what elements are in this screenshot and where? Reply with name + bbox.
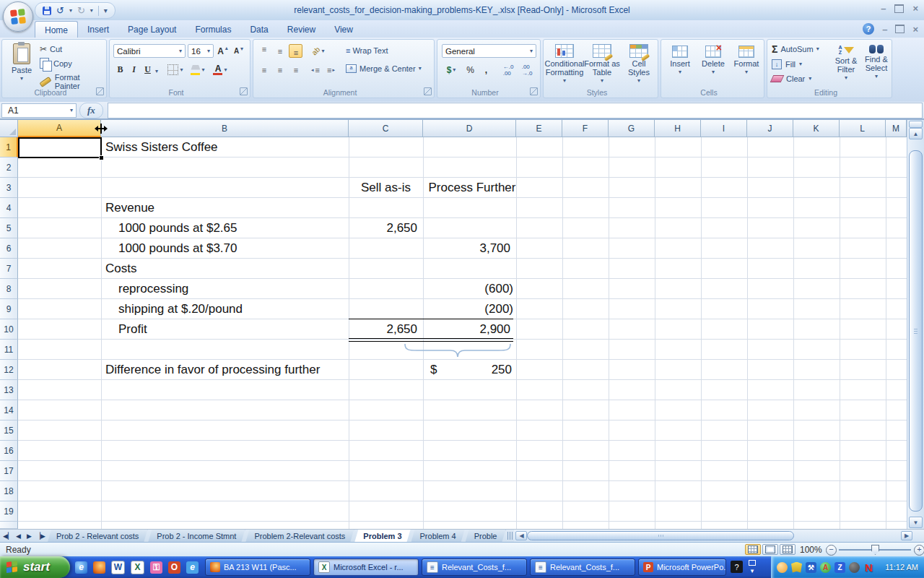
column-header-J[interactable]: J (747, 120, 793, 137)
zoom-out-button[interactable]: − (826, 545, 837, 556)
sort-filter-button[interactable]: AZ Sort & Filter▾ (831, 45, 861, 81)
cell-D9[interactable]: (200) (423, 299, 513, 319)
key-icon[interactable]: ⚿ (150, 561, 162, 574)
increase-decimal-button[interactable]: ←.0.00 (500, 63, 517, 77)
tab-review[interactable]: Review (278, 22, 325, 38)
n-app-tray-icon[interactable]: N (863, 562, 874, 573)
first-sheet-icon[interactable]: ◀▏ (3, 532, 12, 540)
sheet-tab-prob2-income-stmnt[interactable]: Prob 2 - Income Stmnt (148, 530, 245, 542)
insert-function-button[interactable]: fx (79, 103, 103, 118)
messenger-tray-icon[interactable] (777, 562, 788, 573)
number-format-combo[interactable]: General▾ (442, 44, 536, 58)
align-middle-button[interactable]: ≡ (273, 44, 287, 58)
underline-button[interactable]: U (141, 63, 154, 77)
copy-button[interactable]: Copy (40, 58, 72, 69)
orientation-button[interactable]: ab▾ (308, 44, 328, 58)
redo-icon[interactable]: ↻ (77, 6, 85, 15)
decrease-indent-button[interactable]: ◂≡ (308, 63, 322, 77)
decrease-decimal-button[interactable]: .00→.0 (518, 63, 536, 77)
taskbar-button-doc2[interactable]: ≡ Relevant_Costs_f... (530, 558, 635, 576)
name-box[interactable]: A1 ▾ (1, 103, 77, 118)
bold-button[interactable]: B (113, 63, 127, 77)
minimize-button[interactable]: – (881, 4, 886, 13)
align-center-button[interactable]: ≡ (273, 63, 287, 77)
tab-formulas[interactable]: Formulas (186, 22, 240, 38)
grow-font-button[interactable]: A▴ (216, 44, 230, 58)
row-header-10[interactable]: 10 (0, 319, 18, 340)
comma-style-button[interactable]: , (479, 63, 493, 77)
language-bar-icon[interactable]: ? (731, 561, 743, 573)
percent-style-button[interactable]: % (463, 63, 477, 77)
antivirus-tray-icon[interactable]: A (820, 562, 831, 573)
last-sheet-icon[interactable]: ▕▶ (35, 532, 45, 540)
align-right-button[interactable]: ≡ (289, 63, 302, 77)
shrink-font-button[interactable]: A▾ (232, 44, 245, 58)
sheet-tab-problem3[interactable]: Problem 3 (354, 530, 411, 542)
cell-styles-button[interactable]: Cell Styles▾ (622, 44, 656, 84)
ie-icon[interactable]: e (75, 561, 87, 574)
scroll-down-icon[interactable]: ▼ (909, 517, 923, 528)
row-header-8[interactable]: 8 (0, 279, 18, 299)
tab-split-handle[interactable] (507, 532, 513, 540)
cell-D12-currency[interactable]: $ (430, 360, 437, 380)
merge-center-button[interactable]: a Merge & Center▾ (346, 64, 422, 73)
cell-B5[interactable]: 1000 pounds at $2.65 (118, 218, 237, 238)
tools-tray-icon[interactable]: ⚒ (806, 562, 816, 573)
tab-insert[interactable]: Insert (78, 22, 118, 38)
column-header-D[interactable]: D (423, 120, 516, 137)
column-header-C[interactable]: C (349, 120, 423, 137)
cell-B8[interactable]: reprocessing (118, 279, 188, 299)
z-app-tray-icon[interactable]: Z (834, 562, 845, 573)
workbook-restore-button[interactable] (895, 25, 905, 33)
start-button[interactable]: start (0, 556, 70, 578)
firefox-icon[interactable] (93, 561, 105, 574)
sheet-tab-problem4[interactable]: Problem 4 (411, 530, 466, 542)
horizontal-scroll-thumb[interactable] (527, 531, 794, 540)
save-icon[interactable] (43, 7, 51, 15)
selected-cell-A1[interactable] (18, 137, 102, 158)
sheet-tab-problem2-relevant-costs[interactable]: Problem 2-Relevant costs (245, 530, 354, 542)
borders-button[interactable]: ▾ (166, 63, 185, 77)
font-name-combo[interactable]: Calibri▾ (113, 44, 186, 58)
column-header-K[interactable]: K (793, 120, 840, 137)
volume-tray-icon[interactable] (849, 562, 860, 573)
shield-tray-icon[interactable] (791, 562, 802, 573)
underline-dropdown-icon[interactable]: ▾ (155, 69, 158, 74)
row-header-9[interactable]: 9 (0, 299, 18, 319)
row-header-3[interactable]: 3 (0, 178, 18, 198)
row-header-2[interactable]: 2 (0, 158, 18, 178)
align-top-button[interactable]: ≡ (257, 44, 271, 58)
scroll-right-icon[interactable]: ▶ (901, 531, 912, 540)
page-layout-view-button[interactable] (762, 544, 778, 555)
row-header-16[interactable]: 16 (0, 441, 18, 461)
column-header-H[interactable]: H (655, 120, 701, 137)
page-break-view-button[interactable] (780, 544, 796, 555)
word-icon[interactable]: W (111, 561, 125, 574)
close-button[interactable]: × (912, 4, 918, 13)
workbook-close-button[interactable]: × (912, 25, 918, 34)
scroll-left-icon[interactable]: ◀ (515, 531, 527, 540)
insert-cells-button[interactable]: Insert▾ (664, 46, 696, 75)
horizontal-scrollbar[interactable]: ◀ ▶ (514, 530, 924, 542)
row-header-4[interactable]: 4 (0, 198, 18, 218)
cell-B1[interactable]: Swiss Sisters Coffee (105, 137, 218, 158)
cell-B6[interactable]: 1000 pounds at $3.70 (118, 238, 237, 259)
delete-cells-button[interactable]: Delete▾ (697, 46, 729, 75)
column-header-E[interactable]: E (516, 120, 562, 137)
find-select-button[interactable]: Find & Select▾ (861, 45, 892, 79)
font-color-button[interactable]: A▾ (210, 63, 230, 77)
zoom-level[interactable]: 100% (800, 545, 822, 555)
row-header-15[interactable]: 15 (0, 420, 18, 441)
workbook-minimize-button[interactable]: – (882, 25, 887, 34)
browser-icon[interactable]: e (186, 561, 199, 574)
cell-D10[interactable]: 2,900 (423, 319, 510, 340)
paste-button[interactable]: Paste▾ (6, 43, 37, 82)
excel-icon[interactable]: X (131, 561, 144, 574)
cell-C5[interactable]: 2,650 (349, 218, 417, 238)
next-sheet-icon[interactable]: ▶ (25, 532, 34, 540)
formula-input[interactable] (108, 103, 923, 118)
row-header-18[interactable]: 18 (0, 481, 18, 501)
name-box-dropdown-icon[interactable]: ▾ (70, 108, 73, 113)
fill-handle[interactable] (99, 155, 104, 160)
cell-C10[interactable]: 2,650 (349, 319, 417, 340)
